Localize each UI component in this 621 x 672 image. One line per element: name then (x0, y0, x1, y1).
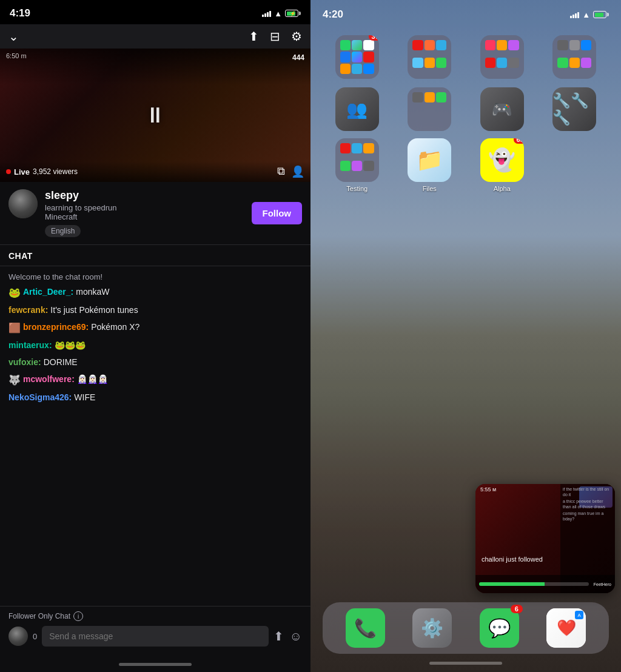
signal-bar-4 (269, 11, 271, 17)
pip-window[interactable]: 5:55 м challoni just followed if the twi… (475, 484, 615, 593)
app-folder-3[interactable] (468, 35, 537, 79)
list-item: 🐺 mcwolfwere: 🧝🏻‍♀️🧝🏻‍♀️🧝🏻‍♀️ (8, 374, 302, 387)
viewer-badge: 444 (292, 53, 304, 62)
chevron-down-icon[interactable]: ⌄ (8, 29, 19, 44)
avatar[interactable] (8, 189, 38, 218)
stream-game: Minecraft (45, 212, 244, 221)
gamepad-icon[interactable]: 🎮 (480, 87, 524, 131)
folder-icon-camera[interactable] (408, 87, 451, 131)
chat-header: CHAT (0, 245, 310, 266)
app-grid-row3: Testing 📁 Files 👻 65 Alpha (310, 138, 621, 192)
info-icon[interactable]: i (73, 611, 83, 621)
list-item: NekoSigma426: WIFE (8, 392, 302, 404)
chat-message-text: It's just Pokémon tunes (50, 304, 138, 317)
live-indicator: Live 3,952 viewers (6, 167, 78, 176)
pip-icon[interactable]: ⧉ (277, 165, 285, 178)
folder-icon-4[interactable] (552, 35, 596, 79)
dock-health[interactable]: ❤️ A (546, 608, 586, 648)
chat-username: NekoSigma426: (8, 392, 72, 404)
chat-welcome: Welcome to the chat room! (8, 272, 302, 281)
phone-icon[interactable]: 📞 (346, 608, 385, 648)
dock-phone[interactable]: 📞 (346, 608, 385, 648)
message-input-row: 0 ⬆ ☺ (8, 626, 302, 647)
app-misc-1[interactable]: 👥 (323, 87, 392, 131)
snapchat-icon[interactable]: 👻 65 (480, 138, 524, 182)
live-dot (6, 169, 11, 174)
misc-icon-1[interactable]: 👥 (335, 87, 379, 131)
follow-button[interactable]: Follow (252, 202, 303, 224)
video-player[interactable]: 6:50 m ⏸ 444 Live 3,952 viewers ⧉ 👤 (0, 49, 310, 182)
app-folder-2[interactable] (395, 35, 465, 79)
chat-username: fewcrank: (8, 304, 48, 317)
chat-username: bronzeprince69: (23, 321, 89, 334)
ios-homescreen: 4:20 ▲ (310, 0, 621, 672)
chat-message-text: 🧝🏻‍♀️🧝🏻‍♀️🧝🏻‍♀️ (77, 374, 108, 386)
emoji-icon[interactable]: ☺ (290, 630, 302, 643)
chat-input-area: Follower Only Chat i 0 ⬆ ☺ (0, 606, 310, 654)
twitch-header-actions: ⬆ ⊟ ⚙ (249, 29, 302, 44)
chat-username: Artic_Deer_: (23, 286, 73, 298)
chat-message-text: WIFE (74, 392, 95, 404)
tools-icon[interactable]: 🔧🔧🔧 (552, 87, 596, 131)
app-camera-folder[interactable] (395, 87, 465, 131)
health-icon[interactable]: ❤️ A (546, 608, 586, 648)
pip-chat-line-3: coming man true im a bday? (563, 511, 613, 522)
list-item: fewcrank: It's just Pokémon tunes (8, 304, 302, 317)
app-testing[interactable]: Testing (323, 138, 392, 192)
list-item: 🟫 bronzeprince69: Pokémon X? (8, 321, 302, 335)
dock-settings[interactable]: ⚙️ (412, 608, 452, 648)
profile-icon[interactable]: 👤 (291, 165, 304, 178)
signal-bar-1 (262, 15, 264, 17)
dock-messages[interactable]: 💬 6 (480, 608, 519, 648)
app-snapchat-label: Alpha (494, 185, 511, 192)
live-label: Live (14, 167, 30, 176)
app-folder-1[interactable]: 37 (323, 35, 392, 79)
folder-icon-2[interactable] (408, 35, 451, 79)
pip-timestamp: 5:55 м (480, 486, 496, 492)
list-item: 🐸 Artic_Deer_: monkaW (8, 286, 302, 300)
wifi-icon-right: ▲ (582, 10, 590, 19)
chat-messages: Welcome to the chat room! 🐸 Artic_Deer_:… (0, 266, 310, 606)
app-files[interactable]: 📁 Files (395, 138, 465, 192)
app-folder-4[interactable] (540, 35, 609, 79)
streamer-details: sleepy learning to speedrun Minecraft En… (45, 189, 244, 237)
app-gamepad[interactable]: 🎮 (468, 87, 537, 131)
video-controls-bar: Live 3,952 viewers ⧉ 👤 (0, 161, 310, 182)
list-item: mintaerux: 🐸🐸🐸 (8, 340, 302, 352)
empty-slot (540, 138, 609, 192)
pip-follow-text: challoni just followed (482, 556, 543, 563)
app-files-label: Files (423, 185, 437, 192)
messages-icon[interactable]: 💬 6 (480, 608, 519, 648)
app-tools[interactable]: 🔧🔧🔧 (540, 87, 609, 131)
wifi-icon-left: ▲ (274, 9, 282, 18)
chat-message-text: monkaW (76, 286, 109, 298)
folder-icon-3[interactable] (480, 35, 524, 79)
chat-message-text: Pokémon X? (91, 321, 139, 334)
status-icons-right: ▲ (570, 10, 609, 19)
settings-app-icon[interactable]: ⚙️ (412, 608, 452, 648)
pause-button[interactable]: ⏸ (144, 102, 166, 128)
status-time-right: 4:20 (323, 8, 343, 21)
files-icon[interactable]: 📁 (408, 138, 451, 182)
pip-progress-bar (479, 582, 589, 586)
folder-icon-1[interactable]: 37 (335, 35, 379, 79)
bits-count: 0 (33, 632, 37, 641)
viewer-count: 3,952 viewers (33, 167, 78, 176)
follower-only-text: Follower Only Chat (8, 612, 70, 620)
send-icon[interactable]: ⬆ (274, 629, 284, 643)
share-icon[interactable]: ⬆ (249, 29, 259, 44)
app-snapchat[interactable]: 👻 65 Alpha (468, 138, 537, 192)
status-time-left: 4:19 (10, 7, 30, 19)
chat-username: mintaerux: (8, 340, 52, 352)
app-grid-row2: 👥 🎮 🔧🔧🔧 (310, 87, 621, 131)
settings-icon[interactable]: ⚙ (291, 29, 302, 44)
message-input[interactable] (42, 626, 268, 647)
folder-testing[interactable] (335, 138, 379, 182)
language-badge[interactable]: English (45, 225, 81, 237)
home-indicator (0, 654, 310, 672)
badge-6: 6 (511, 605, 523, 613)
grid-icon[interactable]: ⊟ (270, 29, 280, 44)
dock: 📞 ⚙️ 💬 6 ❤️ A (323, 602, 609, 654)
badge-37: 37 (369, 35, 379, 41)
home-bar (119, 663, 192, 666)
